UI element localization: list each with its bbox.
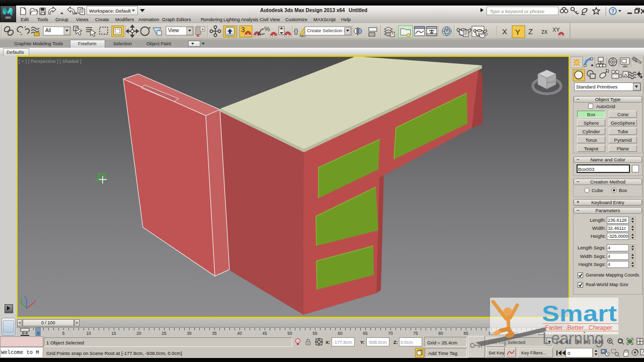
svg-text:65: 65 [363,331,368,336]
svg-text:35: 35 [212,331,217,336]
svg-text:30: 30 [187,331,192,336]
svg-text:All: All [45,28,51,33]
svg-text:5: 5 [62,331,65,336]
svg-text:3: 3 [241,26,245,34]
svg-text:3DS: 3DS [6,16,11,19]
svg-text:Create Selection Se: Create Selection Se [307,28,350,33]
svg-text:{}: {} [294,27,298,35]
svg-text:40: 40 [237,331,242,336]
svg-text:?: ? [611,9,614,14]
svg-text:0: 0 [37,331,40,336]
svg-text:80: 80 [438,331,443,336]
svg-text:10: 10 [86,331,91,336]
svg-text:X: X [502,27,507,36]
svg-text:Z: Z [528,27,533,36]
svg-text:60: 60 [338,331,343,336]
svg-text:25: 25 [162,331,167,336]
svg-text:85: 85 [463,331,468,336]
svg-text:20: 20 [136,331,141,336]
svg-text:45: 45 [262,331,267,336]
svg-text:x: x [34,299,36,303]
svg-text:XY: XY [552,27,560,33]
svg-text:Y: Y [515,28,520,36]
svg-text:zx: zx [541,28,547,35]
svg-text:50: 50 [287,331,292,336]
svg-text:15: 15 [111,331,116,336]
svg-text:z: z [24,295,26,299]
svg-text:View: View [168,28,179,33]
svg-text:70: 70 [388,331,393,336]
svg-text:55: 55 [312,331,317,336]
svg-text:%: % [264,25,270,33]
svg-text:75: 75 [413,331,418,336]
svg-text:y: y [20,298,22,302]
